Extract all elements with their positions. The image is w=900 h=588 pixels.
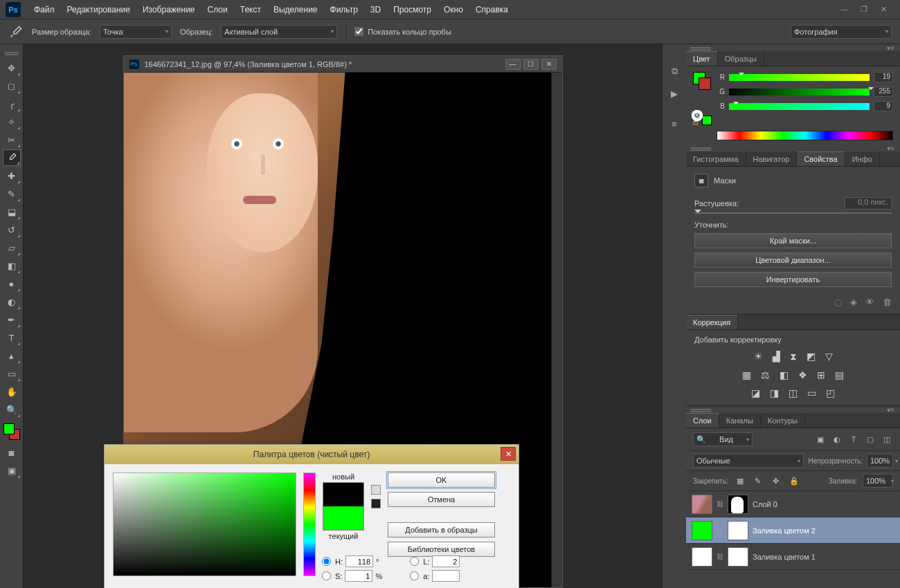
close-icon[interactable]: ✕ xyxy=(878,5,889,14)
layer-row[interactable]: 👁 ⛓ Слой 0 xyxy=(686,491,900,517)
type-tool-icon[interactable]: T xyxy=(3,329,21,346)
menu-image[interactable]: Изображение xyxy=(136,0,201,19)
satval-field[interactable] xyxy=(113,472,296,576)
mask-edge-button[interactable]: Край маски... xyxy=(694,233,892,248)
color-spectrum[interactable] xyxy=(717,131,893,140)
layer-mask-thumb[interactable] xyxy=(728,495,748,514)
filter-image-icon[interactable]: ▣ xyxy=(814,433,827,445)
h-field[interactable]: H:° xyxy=(322,555,382,567)
link-icon[interactable]: ⛓ xyxy=(717,526,723,534)
ok-button[interactable]: OK xyxy=(388,472,495,488)
add-to-swatches-button[interactable]: Добавить в образцы xyxy=(388,522,495,538)
threshold-adj-icon[interactable]: ◫ xyxy=(789,387,798,398)
lookup-adj-icon[interactable]: ▤ xyxy=(835,369,844,380)
dialog-close-icon[interactable]: ✕ xyxy=(501,447,516,461)
levels-adj-icon[interactable]: ▟ xyxy=(773,351,780,362)
eyedropper-tool-icon[interactable] xyxy=(3,149,21,166)
b-value[interactable]: 9 xyxy=(874,101,893,111)
healing-tool-icon[interactable]: ✚ xyxy=(3,167,21,184)
filter-adj-icon[interactable]: ◐ xyxy=(831,433,843,445)
filter-type-icon[interactable]: T xyxy=(847,433,860,445)
color-swatches[interactable] xyxy=(693,72,712,91)
delete-mask-icon[interactable]: 🗑 xyxy=(883,297,892,307)
crop-tool-icon[interactable]: ✂ xyxy=(3,131,21,148)
layer-row[interactable]: 👁 ⛓ Заливка цветом 1 xyxy=(686,544,900,570)
sample-select[interactable]: Активный слой▾ xyxy=(221,25,337,39)
balance-adj-icon[interactable]: ⚖ xyxy=(761,369,770,380)
tab-adjustments[interactable]: Коррекция xyxy=(686,315,738,329)
menu-window[interactable]: Окно xyxy=(438,0,469,19)
tab-histogram[interactable]: Гистограмма xyxy=(686,151,746,166)
visibility-icon[interactable]: 👁 xyxy=(692,110,703,121)
filter-shape-icon[interactable]: ▢ xyxy=(864,433,876,445)
gradient-tool-icon[interactable]: ◧ xyxy=(3,257,21,274)
screenmode-tool-icon[interactable]: ▣ xyxy=(3,462,21,479)
load-selection-icon[interactable]: ◌ xyxy=(834,297,842,307)
a-field[interactable]: a: xyxy=(410,570,460,582)
r-slider[interactable] xyxy=(729,74,870,81)
b-slider[interactable] xyxy=(729,103,870,110)
lock-pixels-icon[interactable]: ▦ xyxy=(734,475,746,487)
layer-kind-select[interactable]: 🔍 Вид▾ xyxy=(693,432,753,446)
bw-adj-icon[interactable]: ◧ xyxy=(780,369,789,380)
layer-name[interactable]: Заливка цветом 2 xyxy=(753,526,894,535)
bg-color-icon[interactable] xyxy=(699,77,711,90)
lock-all-icon[interactable]: 🔒 xyxy=(788,475,800,487)
menu-3d[interactable]: 3D xyxy=(364,0,387,19)
toggle-mask-icon[interactable]: 👁 xyxy=(865,297,874,307)
vibrance-adj-icon[interactable]: ▽ xyxy=(825,351,833,362)
menu-file[interactable]: Файл xyxy=(28,0,61,19)
brush-tool-icon[interactable]: ✎ xyxy=(3,185,21,202)
layer-row[interactable]: 👁 ⛓ Заливка цветом 2 xyxy=(686,517,900,544)
paragraph-panel-icon[interactable]: ≡ xyxy=(668,118,681,130)
actions-panel-icon[interactable]: ▶ xyxy=(668,87,681,100)
new-current-swatch[interactable] xyxy=(323,482,364,531)
menu-view[interactable]: Просмотр xyxy=(387,0,438,19)
toolbar-grip[interactable] xyxy=(1,50,22,55)
cancel-button[interactable]: Отмена xyxy=(388,492,495,507)
dialog-titlebar[interactable]: Палитра цветов (чистый цвет) ✕ xyxy=(105,445,519,464)
layer-thumb[interactable] xyxy=(692,547,712,567)
l-field[interactable]: L: xyxy=(410,555,460,567)
show-ring-checkbox[interactable]: Показать кольцо пробы xyxy=(354,27,451,36)
tab-channels[interactable]: Каналы xyxy=(719,413,761,428)
s-field[interactable]: S:% xyxy=(322,570,382,582)
selective-adj-icon[interactable]: ◰ xyxy=(826,387,835,398)
panel-menu-icon[interactable]: ▾≡ xyxy=(887,406,894,414)
workspace-select[interactable]: Фотография▾ xyxy=(791,25,892,39)
document-titlebar[interactable]: Ps 1646672341_12.jpg @ 97,4% (Заливка цв… xyxy=(124,56,562,73)
menu-edit[interactable]: Редактирование xyxy=(61,0,136,19)
layer-name[interactable]: Заливка цветом 1 xyxy=(753,553,894,561)
layer-mask-thumb[interactable] xyxy=(728,521,748,540)
panel-menu-icon[interactable]: ▾≡ xyxy=(887,145,894,152)
menu-select[interactable]: Выделение xyxy=(267,0,324,19)
lock-position-icon[interactable]: ✥ xyxy=(770,475,782,487)
shape-tool-icon[interactable]: ▭ xyxy=(3,365,21,382)
menu-help[interactable]: Справка xyxy=(469,0,514,19)
feather-value[interactable]: 0,0 пикс. xyxy=(845,197,892,210)
marquee-tool-icon[interactable]: ◻ xyxy=(3,77,21,94)
gamut-warn-icon[interactable]: ⬚ xyxy=(371,485,381,495)
restore-icon[interactable]: ❐ xyxy=(858,5,870,14)
tab-properties[interactable]: Свойства xyxy=(797,151,845,166)
blur-tool-icon[interactable]: ● xyxy=(3,275,21,292)
filter-smart-icon[interactable]: ◫ xyxy=(881,433,893,445)
blend-mode-select[interactable]: Обычные▾ xyxy=(693,454,804,468)
fg-bg-swatches[interactable] xyxy=(2,423,21,443)
exposure-adj-icon[interactable]: ◩ xyxy=(807,351,816,362)
link-icon[interactable]: ⛓ xyxy=(717,553,723,560)
document-scrollbar[interactable] xyxy=(551,73,562,587)
feather-slider[interactable] xyxy=(694,212,892,214)
photo-filter-adj-icon[interactable]: ❖ xyxy=(798,369,807,380)
move-tool-icon[interactable]: ✥ xyxy=(3,59,21,76)
minimize-icon[interactable]: — xyxy=(839,5,850,14)
tab-color[interactable]: Цвет xyxy=(686,51,718,66)
hue-adj-icon[interactable]: ▦ xyxy=(742,369,751,380)
websafe-icon[interactable] xyxy=(371,499,381,508)
eraser-tool-icon[interactable]: ▱ xyxy=(3,239,21,256)
menu-filter[interactable]: Фильтр xyxy=(324,0,364,19)
hand-tool-icon[interactable]: ✋ xyxy=(3,383,21,400)
foreground-color-icon[interactable] xyxy=(3,423,15,434)
color-range-button[interactable]: Цветовой диапазон... xyxy=(694,252,892,268)
tab-swatches[interactable]: Образцы xyxy=(718,51,764,66)
